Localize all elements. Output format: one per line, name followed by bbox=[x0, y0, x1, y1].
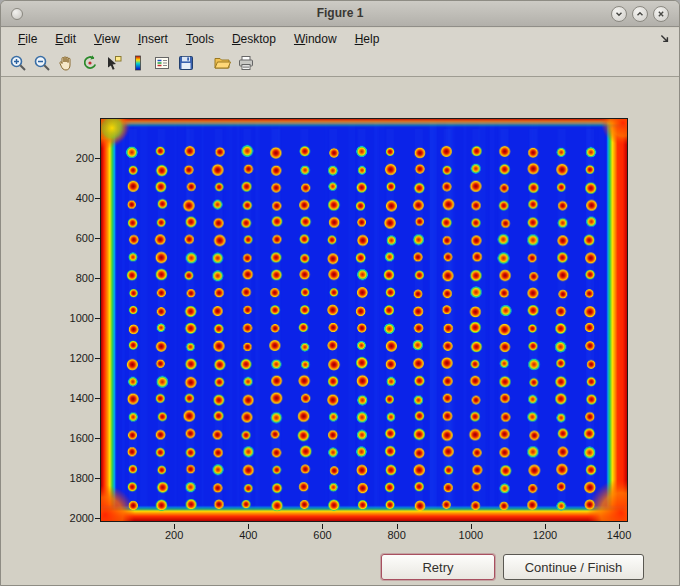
y-tick-mark bbox=[95, 398, 100, 399]
plot-canvas[interactable] bbox=[100, 118, 628, 522]
data-cursor-icon bbox=[105, 54, 123, 72]
x-tick-mark bbox=[471, 524, 472, 529]
save-button[interactable] bbox=[175, 52, 197, 74]
legend-icon bbox=[153, 54, 171, 72]
x-tick-mark bbox=[619, 524, 620, 529]
maximize-icon bbox=[635, 9, 645, 19]
toolbar bbox=[1, 50, 679, 77]
menu-item-view[interactable]: View bbox=[85, 29, 129, 49]
colorbar-icon bbox=[129, 54, 147, 72]
x-tick-mark bbox=[545, 524, 546, 529]
y-tick-label: 200 bbox=[52, 152, 94, 164]
menu-item-help[interactable]: Help bbox=[346, 29, 389, 49]
close-button[interactable] bbox=[653, 6, 669, 22]
y-tick-label: 800 bbox=[52, 272, 94, 284]
zoom-in-icon bbox=[9, 54, 27, 72]
title-bar: Figure 1 bbox=[1, 1, 679, 27]
save-icon bbox=[177, 54, 195, 72]
legend-button[interactable] bbox=[151, 52, 173, 74]
x-tick-mark bbox=[397, 524, 398, 529]
y-tick-mark bbox=[95, 478, 100, 479]
dock-figure-button[interactable] bbox=[659, 33, 671, 45]
maximize-button[interactable] bbox=[632, 6, 648, 22]
open-folder-icon bbox=[213, 54, 231, 72]
window-title: Figure 1 bbox=[1, 6, 679, 20]
x-tick-label: 600 bbox=[300, 529, 344, 541]
x-tick-label: 1200 bbox=[523, 529, 567, 541]
minimize-button[interactable] bbox=[611, 6, 627, 22]
x-tick-mark bbox=[174, 524, 175, 529]
y-tick-label: 1600 bbox=[52, 432, 94, 444]
x-tick-label: 1400 bbox=[597, 529, 641, 541]
menu-bar: FileEditViewInsertToolsDesktopWindowHelp bbox=[1, 28, 679, 50]
y-tick-mark bbox=[95, 198, 100, 199]
data-cursor-button[interactable] bbox=[103, 52, 125, 74]
y-tick-label: 1000 bbox=[52, 312, 94, 324]
menu-item-window[interactable]: Window bbox=[285, 29, 346, 49]
rotate-3d-icon bbox=[81, 54, 99, 72]
y-tick-mark bbox=[95, 278, 100, 279]
y-tick-mark bbox=[95, 318, 100, 319]
minimize-icon bbox=[614, 9, 624, 19]
y-tick-label: 400 bbox=[52, 192, 94, 204]
print-icon bbox=[237, 54, 255, 72]
open-folder-button[interactable] bbox=[211, 52, 233, 74]
y-tick-mark bbox=[95, 358, 100, 359]
x-tick-label: 400 bbox=[226, 529, 270, 541]
colorbar-button[interactable] bbox=[127, 52, 149, 74]
menu-item-insert[interactable]: Insert bbox=[129, 29, 177, 49]
y-tick-mark bbox=[95, 238, 100, 239]
x-tick-mark bbox=[248, 524, 249, 529]
x-tick-label: 200 bbox=[152, 529, 196, 541]
x-tick-label: 1000 bbox=[449, 529, 493, 541]
y-tick-mark bbox=[95, 158, 100, 159]
x-tick-mark bbox=[322, 524, 323, 529]
menu-item-edit[interactable]: Edit bbox=[46, 29, 85, 49]
pan-button[interactable] bbox=[55, 52, 77, 74]
zoom-out-button[interactable] bbox=[31, 52, 53, 74]
y-tick-label: 600 bbox=[52, 232, 94, 244]
menu-item-file[interactable]: File bbox=[9, 29, 46, 49]
retry-button[interactable]: Retry bbox=[381, 554, 495, 580]
y-tick-label: 1200 bbox=[52, 352, 94, 364]
pan-icon bbox=[57, 54, 75, 72]
y-tick-label: 1800 bbox=[52, 472, 94, 484]
x-tick-label: 800 bbox=[375, 529, 419, 541]
menu-item-desktop[interactable]: Desktop bbox=[223, 29, 285, 49]
figure-window: Figure 1 FileEditViewInsertToolsDesktopW… bbox=[0, 0, 680, 586]
print-button[interactable] bbox=[235, 52, 257, 74]
zoom-out-icon bbox=[33, 54, 51, 72]
dock-arrow-icon bbox=[659, 33, 671, 45]
y-tick-label: 1400 bbox=[52, 392, 94, 404]
menu-item-tools[interactable]: Tools bbox=[177, 29, 223, 49]
continue-finish-button[interactable]: Continue / Finish bbox=[503, 554, 644, 580]
y-tick-label: 2000 bbox=[52, 512, 94, 524]
y-tick-mark bbox=[95, 438, 100, 439]
rotate-3d-button[interactable] bbox=[79, 52, 101, 74]
close-icon bbox=[656, 9, 666, 19]
zoom-in-button[interactable] bbox=[7, 52, 29, 74]
y-tick-mark bbox=[95, 518, 100, 519]
